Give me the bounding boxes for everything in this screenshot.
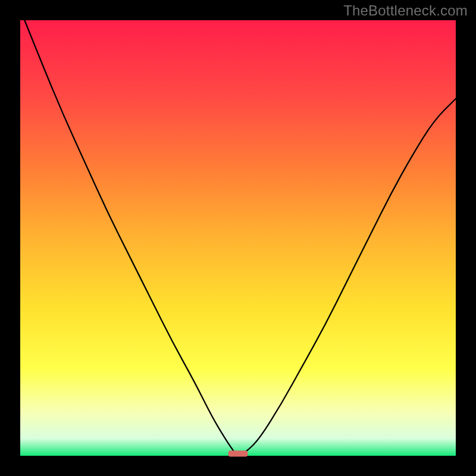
chart-frame: TheBottleneck.com xyxy=(0,0,476,476)
optimum-marker xyxy=(228,450,248,456)
plot-svg xyxy=(20,20,456,456)
plot-area xyxy=(20,20,456,456)
watermark-text: TheBottleneck.com xyxy=(343,2,468,19)
bottleneck-curve xyxy=(24,20,456,455)
